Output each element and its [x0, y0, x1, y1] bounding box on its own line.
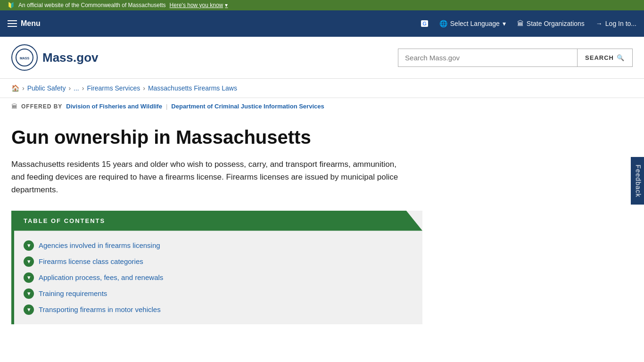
toc-item: ▾Agencies involved in firearms licensing — [24, 240, 413, 251]
toc-item-link[interactable]: Agencies involved in firearms licensing — [39, 241, 160, 249]
how-know-label: Here's how you know — [170, 2, 223, 8]
svg-text:MASS: MASS — [20, 57, 30, 60]
search-label: SEARCH — [585, 54, 614, 61]
top-nav-right: G 🌐 Select Language ▾ 🏛 State Organizati… — [421, 20, 636, 27]
select-language-button[interactable]: 🌐 Select Language ▾ — [439, 20, 506, 27]
breadcrumb-firearms-services[interactable]: Firearms Services — [87, 84, 140, 92]
search-button[interactable]: SEARCH 🔍 — [577, 49, 633, 67]
toc-item-link[interactable]: Transporting firearms in motor vehicles — [39, 305, 161, 313]
toc-item-link[interactable]: Firearms license class categories — [39, 257, 143, 265]
login-icon: → — [596, 20, 603, 27]
state-org-label: State Organizations — [527, 20, 585, 27]
google-icon: G — [421, 20, 428, 27]
breadcrumb-sep-4: › — [143, 84, 145, 92]
globe-icon: 🌐 — [439, 20, 447, 27]
select-language-label: Select Language — [450, 20, 500, 27]
org-divider: | — [166, 103, 167, 110]
login-button[interactable]: → Log In to... — [596, 20, 636, 27]
site-header: MASS Mass.gov SEARCH 🔍 — [0, 37, 644, 79]
site-logo-link[interactable]: MASS Mass.gov — [11, 44, 99, 71]
toc-item: ▾Transporting firearms in motor vehicles — [24, 304, 413, 315]
breadcrumb-current: Massachusetts Firearms Laws — [148, 84, 237, 92]
google-translate-button[interactable]: G — [421, 20, 428, 27]
toc-header: TABLE OF CONTENTS — [14, 211, 422, 231]
feedback-label: Feedback — [634, 165, 642, 197]
offered-by-label: OFFERED BY — [21, 103, 62, 110]
top-nav: Menu G 🌐 Select Language ▾ 🏛 State Organ… — [0, 10, 644, 37]
breadcrumb-sep-1: › — [22, 84, 25, 92]
search-area: SEARCH 🔍 — [398, 49, 633, 67]
offered-by: 🏛 OFFERED BY Division of Fisheries and W… — [0, 98, 644, 115]
toc-item-link[interactable]: Training requirements — [39, 289, 107, 297]
home-icon: 🏠 — [11, 84, 19, 92]
ma-seal-icon: 🔰 — [8, 2, 15, 8]
search-input[interactable] — [398, 49, 577, 67]
toc-item-icon: ▾ — [24, 240, 34, 251]
ma-seal: MASS — [11, 44, 38, 71]
feedback-tab[interactable]: Feedback — [630, 157, 644, 205]
how-know-link[interactable]: Here's how you know ▾ — [170, 2, 228, 8]
breadcrumb: 🏠 › Public Safety › ... › Firearms Servi… — [0, 79, 644, 98]
toc-item-link[interactable]: Application process, fees, and renewals — [39, 273, 163, 281]
chevron-down-icon: ▾ — [225, 2, 228, 8]
menu-label: Menu — [21, 19, 41, 28]
search-icon: 🔍 — [617, 54, 625, 61]
org1-link[interactable]: Division of Fisheries and Wildlife — [66, 103, 162, 110]
chevron-down-icon: ▾ — [503, 20, 506, 27]
building-icon: 🏛 — [11, 103, 17, 110]
toc-item-icon: ▾ — [24, 304, 34, 315]
org2-link[interactable]: Department of Criminal Justice Informati… — [171, 103, 324, 110]
menu-button[interactable]: Menu — [8, 19, 41, 28]
main-content: Gun ownership in Massachusetts Massachus… — [0, 115, 434, 324]
breadcrumb-public-safety[interactable]: Public Safety — [27, 84, 66, 92]
state-organizations-button[interactable]: 🏛 State Organizations — [517, 20, 585, 27]
official-text: An official website of the Commonwealth … — [18, 2, 166, 8]
page-title: Gun ownership in Massachusetts — [11, 126, 422, 148]
breadcrumb-home[interactable]: 🏠 — [11, 84, 19, 92]
official-banner: 🔰 An official website of the Commonwealt… — [0, 0, 644, 10]
toc-item: ▾Application process, fees, and renewals — [24, 272, 413, 283]
toc-item-icon: ▾ — [24, 272, 34, 283]
page-intro: Massachusetts residents 15 years and old… — [11, 158, 412, 197]
toc-list: ▾Agencies involved in firearms licensing… — [14, 231, 422, 324]
toc-item: ▾Training requirements — [24, 288, 413, 299]
login-label: Log In to... — [605, 20, 636, 27]
building-icon: 🏛 — [517, 20, 524, 27]
toc-item: ▾Firearms license class categories — [24, 256, 413, 267]
hamburger-icon — [8, 20, 17, 27]
site-name: Mass.gov — [42, 50, 99, 65]
breadcrumb-ellipsis[interactable]: ... — [74, 84, 79, 92]
breadcrumb-sep-3: › — [82, 84, 84, 92]
breadcrumb-sep-2: › — [68, 84, 71, 92]
table-of-contents: TABLE OF CONTENTS ▾Agencies involved in … — [11, 211, 422, 324]
toc-item-icon: ▾ — [24, 288, 34, 299]
toc-item-icon: ▾ — [24, 256, 34, 267]
